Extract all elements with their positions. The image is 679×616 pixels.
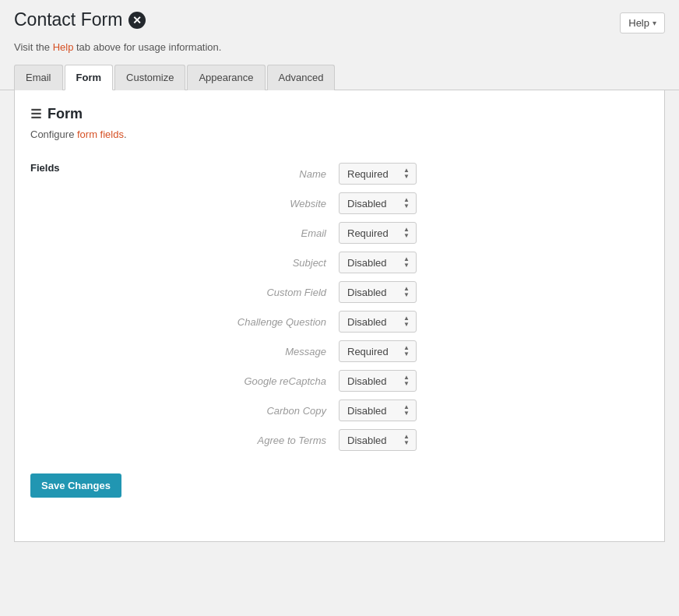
select-arrows-icon: ▲▼ bbox=[403, 227, 410, 239]
select-arrows-icon: ▲▼ bbox=[403, 197, 410, 209]
tab-appearance[interactable]: Appearance bbox=[187, 65, 265, 90]
section-desc-link[interactable]: form fields bbox=[77, 128, 124, 140]
field-value-text: Disabled bbox=[347, 287, 387, 298]
tabs-bar: EmailFormCustomizeAppearanceAdvanced bbox=[0, 64, 679, 90]
select-arrows-icon: ▲▼ bbox=[403, 404, 410, 417]
help-notice-suffix: tab above for usage information. bbox=[73, 41, 221, 53]
field-value-select[interactable]: Required▲▼ bbox=[339, 222, 417, 244]
field-name-label: Agree to Terms bbox=[202, 435, 326, 446]
fields-label: Fields bbox=[30, 159, 202, 455]
field-row: Agree to TermsDisabled▲▼ bbox=[202, 425, 417, 455]
help-notice-link[interactable]: Help bbox=[53, 41, 74, 53]
section-desc-suffix: . bbox=[124, 128, 127, 140]
field-name-label: Subject bbox=[202, 257, 326, 269]
field-row: EmailRequired▲▼ bbox=[202, 218, 417, 248]
section-heading-text: Form bbox=[47, 106, 83, 122]
field-value-text: Required bbox=[347, 227, 389, 239]
select-arrows-icon: ▲▼ bbox=[403, 315, 410, 328]
field-value-text: Disabled bbox=[347, 316, 387, 328]
tab-form[interactable]: Form bbox=[65, 65, 114, 90]
tab-advanced[interactable]: Advanced bbox=[267, 65, 336, 90]
content-area: ☰ Form Configure form fields. Fields Nam… bbox=[14, 90, 665, 542]
field-row: Google reCaptchaDisabled▲▼ bbox=[202, 366, 417, 396]
field-name-label: Custom Field bbox=[202, 287, 326, 298]
field-row: SubjectDisabled▲▼ bbox=[202, 248, 417, 277]
select-arrows-icon: ▲▼ bbox=[403, 434, 410, 446]
field-value-select[interactable]: Disabled▲▼ bbox=[339, 311, 417, 333]
field-value-select[interactable]: Disabled▲▼ bbox=[339, 252, 417, 273]
field-value-text: Disabled bbox=[347, 405, 387, 417]
select-arrows-icon: ▲▼ bbox=[403, 256, 410, 269]
page-title: Contact Form ✕ bbox=[14, 9, 146, 30]
field-name-label: Challenge Question bbox=[202, 316, 326, 328]
select-arrows-icon: ▲▼ bbox=[403, 345, 410, 357]
field-row: NameRequired▲▼ bbox=[202, 159, 417, 188]
field-value-select[interactable]: Required▲▼ bbox=[339, 163, 417, 185]
save-changes-button[interactable]: Save Changes bbox=[30, 473, 121, 498]
menu-icon: ☰ bbox=[30, 107, 41, 121]
field-value-select[interactable]: Required▲▼ bbox=[339, 340, 417, 362]
help-button[interactable]: Help ▾ bbox=[620, 12, 665, 33]
section-desc-prefix: Configure bbox=[30, 128, 77, 140]
field-value-text: Disabled bbox=[347, 435, 387, 446]
field-value-text: Required bbox=[347, 168, 389, 180]
field-value-text: Disabled bbox=[347, 257, 387, 269]
field-value-select[interactable]: Disabled▲▼ bbox=[339, 281, 417, 303]
tab-customize[interactable]: Customize bbox=[114, 65, 185, 90]
field-value-select[interactable]: Disabled▲▼ bbox=[339, 370, 417, 392]
help-chevron-icon: ▾ bbox=[653, 19, 656, 27]
tab-email[interactable]: Email bbox=[14, 65, 63, 90]
section-heading: ☰ Form bbox=[30, 106, 649, 122]
field-value-select[interactable]: Disabled▲▼ bbox=[339, 400, 417, 421]
field-name-label: Message bbox=[202, 346, 326, 357]
field-row: Challenge QuestionDisabled▲▼ bbox=[202, 307, 417, 336]
field-row: Carbon CopyDisabled▲▼ bbox=[202, 396, 417, 425]
field-row: WebsiteDisabled▲▼ bbox=[202, 188, 417, 218]
help-button-label: Help bbox=[628, 17, 649, 29]
page-title-text: Contact Form bbox=[14, 9, 122, 30]
help-notice: Visit the Help tab above for usage infor… bbox=[0, 33, 679, 64]
fields-table: NameRequired▲▼WebsiteDisabled▲▼EmailRequ… bbox=[202, 159, 417, 455]
field-name-label: Website bbox=[202, 198, 326, 209]
select-arrows-icon: ▲▼ bbox=[403, 286, 410, 298]
field-value-text: Disabled bbox=[347, 375, 387, 387]
select-arrows-icon: ▲▼ bbox=[403, 167, 410, 180]
field-value-select[interactable]: Disabled▲▼ bbox=[339, 192, 417, 214]
field-name-label: Carbon Copy bbox=[202, 405, 326, 417]
fields-section: Fields NameRequired▲▼WebsiteDisabled▲▼Em… bbox=[30, 159, 649, 455]
field-name-label: Google reCaptcha bbox=[202, 375, 326, 387]
section-description: Configure form fields. bbox=[30, 128, 649, 140]
close-icon[interactable]: ✕ bbox=[128, 12, 146, 29]
field-value-select[interactable]: Disabled▲▼ bbox=[339, 429, 417, 451]
field-row: MessageRequired▲▼ bbox=[202, 336, 417, 366]
select-arrows-icon: ▲▼ bbox=[403, 375, 410, 387]
field-name-label: Name bbox=[202, 168, 326, 180]
field-value-text: Required bbox=[347, 346, 389, 357]
help-notice-prefix: Visit the bbox=[14, 41, 53, 53]
field-value-text: Disabled bbox=[347, 198, 387, 209]
field-name-label: Email bbox=[202, 227, 326, 239]
field-row: Custom FieldDisabled▲▼ bbox=[202, 277, 417, 307]
